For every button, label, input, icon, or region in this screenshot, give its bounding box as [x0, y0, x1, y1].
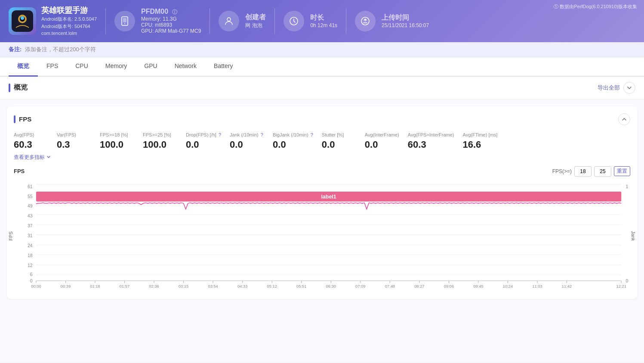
fps-collapse-button[interactable] — [618, 113, 630, 125]
overview-section-header: 概览 导出全部 — [0, 77, 644, 99]
metric-stutter-label: Stutter [%] — [322, 132, 356, 137]
svg-text:07:48: 07:48 — [385, 284, 395, 288]
svg-text:02:36: 02:36 — [149, 284, 159, 288]
tab-bar: 概览 FPS CPU Memory GPU Network Battery — [0, 57, 644, 77]
android-build: Android版本号: 504764 — [41, 23, 97, 30]
fps-threshold-25-input[interactable] — [594, 166, 611, 177]
upload-label: 上传时间 — [382, 13, 429, 22]
creator-label: 创建者 — [245, 13, 266, 22]
svg-text:01:18: 01:18 — [90, 284, 100, 288]
fps-chart: 0 6 12 18 24 31 37 43 49 55 61 0 1 label… — [14, 180, 630, 292]
export-button[interactable]: 导出全部 — [598, 84, 620, 92]
svg-text:6: 6 — [30, 272, 33, 276]
upload-value: 25/11/2021 16:50:07 — [382, 22, 429, 28]
app-name: 英雄联盟手游 — [41, 5, 97, 16]
tab-gpu[interactable]: GPU — [136, 57, 166, 77]
svg-text:05:12: 05:12 — [267, 284, 277, 288]
svg-text:06:30: 06:30 — [326, 284, 336, 288]
svg-point-3 — [21, 16, 24, 20]
creator-info: 创建者 网 泡泡 — [245, 13, 266, 29]
divider-2 — [210, 8, 210, 34]
view-more-button[interactable]: 查看更多指标 — [14, 154, 630, 161]
svg-text:24: 24 — [28, 243, 33, 248]
metric-fps25-value: 100.0 — [143, 139, 177, 150]
overview-actions: 导出全部 — [598, 82, 635, 94]
svg-text:11:03: 11:03 — [532, 284, 542, 288]
metric-avg-fps-label: Avg(FPS) — [14, 132, 48, 137]
svg-text:03:54: 03:54 — [208, 284, 218, 288]
svg-text:37: 37 — [28, 223, 33, 228]
fps-section-title: FPS — [14, 115, 31, 123]
svg-text:label1: label1 — [321, 193, 336, 199]
duration-info: 时长 0h 12m 41s — [310, 13, 337, 28]
svg-text:61: 61 — [28, 184, 33, 189]
svg-text:11:42: 11:42 — [562, 284, 572, 288]
header: ① 数据由PerfDog(6.0.210910)版本收集 英雄联盟手游 Andr… — [0, 0, 644, 42]
svg-text:1: 1 — [626, 184, 629, 189]
metric-bigjank-label: BigJank (/10min) ? — [273, 132, 313, 137]
metric-fps18-label: FPS>=18 [%] — [100, 132, 134, 137]
svg-text:49: 49 — [28, 204, 33, 208]
metric-avg-fps-value: 60.3 — [14, 139, 48, 150]
app-package: com.tencent.lolm — [41, 30, 97, 37]
tab-network[interactable]: Network — [166, 57, 205, 77]
metric-stutter: Stutter [%] 0.0 — [322, 132, 356, 150]
fps-threshold-controls: FPS(>=) 重置 — [552, 166, 630, 177]
creator-section: 创建者 网 泡泡 — [219, 11, 266, 31]
device-section: PFDM00 ⓘ Memory: 11.3G CPU: mt6893 GPU: … — [114, 8, 201, 34]
tab-cpu[interactable]: CPU — [67, 57, 97, 77]
android-name: Android版本名: 2.5.0.5047 — [41, 16, 97, 23]
svg-text:04:33: 04:33 — [237, 284, 247, 288]
notes-bar[interactable]: 备注: 添加备注，不超过200个字符 — [0, 42, 644, 57]
fps-threshold-18-input[interactable] — [574, 166, 592, 177]
metric-interframe-value: 0.0 — [365, 139, 399, 150]
device-cpu: CPU: mt6893 — [141, 22, 201, 28]
svg-text:12: 12 — [28, 263, 33, 267]
svg-text:00:00: 00:00 — [31, 284, 41, 288]
tab-memory[interactable]: Memory — [97, 57, 136, 77]
drop-info-icon: ? — [219, 132, 221, 137]
svg-text:09:06: 09:06 — [444, 284, 454, 288]
metric-bigjank-value: 0.0 — [273, 139, 313, 150]
device-icon — [114, 11, 135, 31]
metric-stutter-value: 0.0 — [322, 139, 356, 150]
jank-info-icon: ? — [261, 132, 263, 137]
duration-value: 0h 12m 41s — [310, 22, 337, 28]
svg-text:0: 0 — [30, 279, 33, 283]
metric-fps25-label: FPS>=25 [%] — [143, 132, 177, 137]
creator-name: 网 泡泡 — [245, 22, 266, 29]
tab-overview[interactable]: 概览 — [9, 57, 38, 77]
svg-text:31: 31 — [28, 233, 33, 238]
svg-text:03:15: 03:15 — [179, 284, 188, 288]
svg-point-7 — [227, 18, 231, 21]
metric-interframe: Avg(InterFrame) 0.0 — [365, 132, 399, 150]
divider-1 — [105, 8, 106, 34]
metric-fps-interframe-label: Avg(FPS+InterFrame) — [408, 132, 454, 137]
bigjank-info-icon: ? — [311, 132, 313, 137]
upload-icon — [355, 11, 376, 31]
metric-var-fps-label: Var(FPS) — [57, 132, 91, 137]
duration-icon — [283, 11, 304, 31]
metric-fps25: FPS>=25 [%] 100.0 — [143, 132, 177, 150]
svg-text:18: 18 — [28, 253, 33, 258]
metric-fps-interframe-value: 60.3 — [408, 139, 454, 150]
metric-drop-value: 0.0 — [186, 139, 221, 150]
tab-fps[interactable]: FPS — [38, 57, 67, 77]
chart-header-row: FPS FPS(>=) 重置 — [14, 166, 630, 177]
svg-text:10:24: 10:24 — [503, 284, 513, 288]
svg-text:12:21: 12:21 — [616, 284, 626, 288]
info-icon: ⓘ — [172, 9, 177, 15]
fps-y-label: FPS — [8, 231, 13, 240]
notes-label: 备注: — [9, 46, 22, 53]
main-content: 概览 导出全部 FPS Avg(FPS) 60.3 Var(FPS) 0.3 — [0, 77, 644, 362]
reset-button[interactable]: 重置 — [614, 166, 630, 176]
metric-ftime-label: Avg(FTime) [ms] — [463, 132, 498, 137]
svg-text:0: 0 — [626, 279, 629, 283]
overview-title: 概览 — [9, 83, 28, 92]
creator-icon — [219, 11, 239, 31]
collapse-button[interactable] — [623, 82, 635, 94]
metric-drop-label: Drop(FPS) [/h] ? — [186, 132, 221, 137]
tab-battery[interactable]: Battery — [205, 57, 241, 77]
metric-fps18-value: 100.0 — [100, 139, 134, 150]
svg-text:55: 55 — [28, 194, 33, 199]
